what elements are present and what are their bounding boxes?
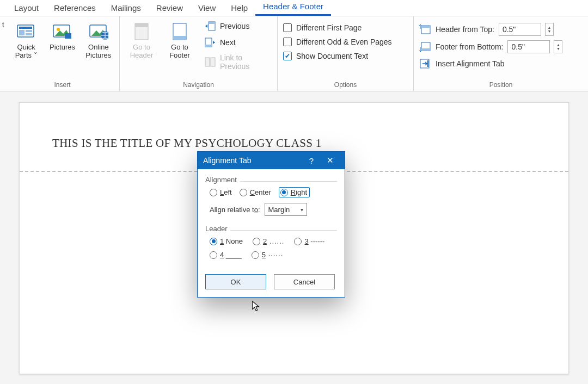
- different-odd-even-label: Different Odd & Even Pages: [296, 38, 392, 46]
- menu-tabs: Layout References Mailings Review View H…: [0, 0, 588, 16]
- goto-footer-button[interactable]: Go to Footer: [163, 20, 196, 62]
- svg-rect-18: [205, 58, 210, 66]
- group-options-label: Options: [283, 81, 408, 90]
- pictures-button[interactable]: Pictures: [47, 20, 77, 54]
- group-insert-label: Insert: [11, 81, 114, 90]
- dialog-title: Alignment Tab: [203, 156, 251, 165]
- previous-button[interactable]: Previous: [205, 20, 272, 33]
- footer-from-bottom-icon: [419, 41, 431, 53]
- link-previous-label: Link to Previous: [220, 53, 272, 71]
- svg-rect-21: [421, 26, 430, 28]
- header-from-top-label: Header from Top:: [436, 25, 494, 34]
- footer-from-bottom-row: Footer from Bottom: 0.5" ▲▼: [419, 39, 562, 54]
- checkbox-different-first-page[interactable]: Different First Page: [283, 22, 362, 34]
- checkbox-icon: [283, 23, 292, 32]
- insert-alignment-tab-button[interactable]: Insert Alignment Tab: [419, 57, 505, 71]
- radio-align-right[interactable]: Right: [279, 187, 310, 197]
- group-position-label: Position: [419, 81, 583, 90]
- link-previous-button: Link to Previous: [205, 52, 272, 72]
- svg-rect-23: [421, 48, 430, 51]
- tab-review[interactable]: Review: [149, 1, 191, 16]
- cancel-button[interactable]: Cancel: [274, 274, 335, 289]
- header-from-top-row: Header from Top: 0.5" ▲▼: [419, 22, 554, 37]
- svg-rect-19: [211, 58, 215, 66]
- quick-parts-label: Quick Parts ˅: [12, 44, 40, 60]
- tab-help[interactable]: Help: [223, 1, 255, 16]
- group-insert: Quick Parts ˅ Pictures Online Pictures I…: [5, 16, 120, 91]
- show-document-text-label: Show Document Text: [296, 52, 368, 60]
- group-navigation: Go to Header Go to Footer Previous Next: [120, 16, 278, 91]
- next-button[interactable]: Next: [205, 36, 272, 49]
- header-text[interactable]: THIS IS THE TITLE OF MY PSYCHOLOGY CLASS…: [52, 137, 321, 150]
- radio-align-center[interactable]: Center: [240, 188, 271, 196]
- alignment-section-label: Alignment: [205, 176, 237, 184]
- radio-align-left[interactable]: Left: [210, 188, 232, 196]
- quick-parts-button[interactable]: Quick Parts ˅: [11, 20, 41, 62]
- tab-mailings[interactable]: Mailings: [103, 1, 149, 16]
- radio-leader-2[interactable]: 2: [253, 237, 285, 245]
- group-navigation-label: Navigation: [125, 81, 272, 90]
- radio-leader-1-none[interactable]: 1 None: [210, 237, 243, 245]
- goto-header-icon: [132, 22, 151, 41]
- ribbon: t Quick Parts ˅ Pictures Online Pictures: [0, 16, 588, 91]
- previous-icon: [205, 21, 216, 32]
- different-first-page-label: Different First Page: [296, 23, 362, 32]
- checkbox-different-odd-even[interactable]: Different Odd & Even Pages: [283, 36, 392, 48]
- goto-header-button: Go to Header: [125, 20, 158, 62]
- footer-from-bottom-input[interactable]: 0.5": [507, 40, 550, 53]
- svg-rect-1: [19, 27, 32, 29]
- link-previous-icon: [205, 57, 216, 67]
- tab-references[interactable]: References: [46, 1, 103, 16]
- previous-label: Previous: [220, 22, 249, 30]
- checkbox-show-document-text[interactable]: ✔ Show Document Text: [283, 50, 368, 62]
- svg-rect-7: [65, 33, 71, 39]
- tab-view[interactable]: View: [191, 1, 223, 16]
- align-relative-label: Align relative to:: [210, 206, 260, 214]
- align-relative-combo[interactable]: Margin ▾: [265, 203, 307, 216]
- goto-footer-icon: [170, 22, 189, 41]
- align-relative-value: Margin: [268, 206, 290, 214]
- online-pictures-label: Online Pictures: [84, 44, 113, 60]
- insert-alignment-tab-label: Insert Alignment Tab: [436, 59, 505, 68]
- next-label: Next: [220, 38, 236, 47]
- cropped-fragment: t: [0, 16, 5, 91]
- alignment-tab-dialog: Alignment Tab ? ✕ Alignment Left Center …: [197, 151, 345, 298]
- checkbox-icon: [283, 38, 292, 46]
- svg-rect-11: [135, 23, 148, 27]
- svg-rect-17: [205, 45, 212, 47]
- svg-rect-15: [209, 22, 215, 24]
- online-pictures-button[interactable]: Online Pictures: [83, 20, 114, 62]
- group-options: Different First Page Different Odd & Eve…: [278, 16, 414, 91]
- svg-rect-3: [26, 30, 32, 32]
- chevron-down-icon: ▾: [301, 207, 303, 213]
- dialog-help-button[interactable]: ?: [302, 156, 321, 165]
- checkbox-checked-icon: ✔: [283, 52, 292, 60]
- online-pictures-icon: [89, 22, 108, 41]
- next-icon: [205, 37, 216, 48]
- insert-alignment-tab-icon: [419, 58, 431, 70]
- svg-point-6: [57, 28, 60, 31]
- footer-from-bottom-label: Footer from Bottom:: [436, 42, 503, 51]
- footer-from-bottom-spinner[interactable]: ▲▼: [554, 40, 562, 53]
- quick-parts-icon: [16, 22, 36, 41]
- radio-leader-5[interactable]: 5: [252, 251, 284, 259]
- tab-header-footer[interactable]: Header & Footer: [255, 0, 331, 16]
- group-position: Header from Top: 0.5" ▲▼ Footer from Bot…: [414, 16, 588, 91]
- leader-section-label: Leader: [205, 225, 227, 233]
- header-from-top-input[interactable]: 0.5": [499, 23, 541, 36]
- dialog-titlebar[interactable]: Alignment Tab ? ✕: [198, 152, 345, 169]
- svg-rect-13: [173, 36, 186, 40]
- svg-rect-4: [26, 33, 32, 35]
- ok-button[interactable]: OK: [205, 274, 266, 289]
- tab-layout[interactable]: Layout: [7, 1, 46, 16]
- goto-header-label: Go to Header: [126, 44, 157, 60]
- header-from-top-spinner[interactable]: ▲▼: [545, 23, 554, 36]
- svg-rect-2: [19, 30, 24, 35]
- header-from-top-icon: [419, 23, 431, 35]
- pictures-icon: [52, 22, 72, 41]
- radio-leader-4[interactable]: 4: [210, 251, 242, 259]
- radio-leader-3[interactable]: 3: [294, 237, 324, 245]
- dialog-close-button[interactable]: ✕: [321, 156, 339, 165]
- pictures-label: Pictures: [50, 44, 75, 52]
- goto-footer-label: Go to Footer: [164, 44, 195, 60]
